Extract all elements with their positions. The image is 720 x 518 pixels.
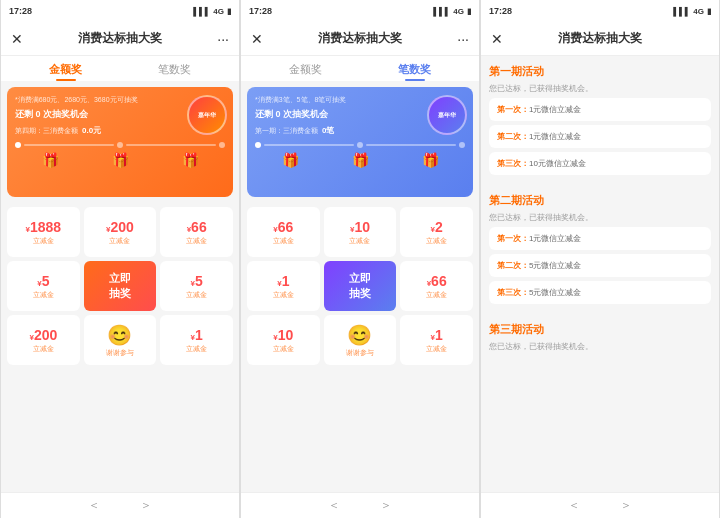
smiley-icon-1: 😊: [107, 323, 132, 347]
prize-card-6: ¥200 立减金: [7, 315, 80, 365]
tab-bishu-2[interactable]: 笔数奖: [360, 56, 469, 81]
activity-content: 第一期活动 您已达标，已获得抽奖机会。 第一次：1元微信立减金 第二次：1元微信…: [481, 56, 719, 492]
progress-dot-3: [219, 142, 225, 148]
battery-icon-3: ▮: [707, 7, 711, 16]
status-icons-2: ▌▌▌ 4G ▮: [433, 7, 471, 16]
prev-arrow-1[interactable]: ＜: [88, 497, 100, 514]
carnival-badge-2: 嘉年华: [427, 95, 467, 135]
activity-desc-1: 您已达标，已获得抽奖机会。: [489, 83, 711, 94]
activity-item-highlight-2-1: 第一次：: [497, 234, 529, 243]
activity-item-text-2-1: 1元微信立减金: [529, 234, 581, 243]
gift-icon-b1: 🎁: [282, 152, 299, 168]
hero-section-1: *消费满680元、2680元、3680元可抽奖 还剩 0 次抽奖机会 第四期：三…: [7, 87, 233, 197]
prize-amount-1: ¥1888: [26, 219, 62, 235]
gift-icon-2: 🎁: [112, 152, 129, 168]
prize-card-b5: ¥66 立减金: [400, 261, 473, 311]
time-3: 17:28: [489, 6, 512, 16]
prize-card-4: ¥5 立减金: [7, 261, 80, 311]
activity-item-2-2: 第二次：5元微信立减金: [489, 254, 711, 277]
close-icon-3[interactable]: ✕: [491, 31, 503, 47]
nav-bar-2: ✕ 消费达标抽大奖 ···: [241, 22, 479, 56]
prize-card-b7: ¥1 立减金: [400, 315, 473, 365]
prize-label-3: 立减金: [186, 236, 207, 246]
bottom-nav-3: ＜ ＞: [481, 492, 719, 518]
next-arrow-3[interactable]: ＞: [620, 497, 632, 514]
prev-arrow-2[interactable]: ＜: [328, 497, 340, 514]
activity-item-highlight-1-2: 第二次：: [497, 132, 529, 141]
gift-row-1: 🎁 🎁 🎁: [15, 152, 225, 168]
prize-label-b6: 立减金: [273, 344, 294, 354]
next-arrow-2[interactable]: ＞: [380, 497, 392, 514]
prize-label-b3: 立减金: [426, 236, 447, 246]
phone-panel-3: 17:28 ▌▌▌ 4G ▮ ✕ 消费达标抽大奖 ··· 第一期活动 您已达标，…: [480, 0, 720, 518]
activity-title-1: 第一期活动: [489, 56, 711, 83]
activity-desc-3: 您已达标，已获得抽奖机会。: [489, 341, 711, 352]
prize-label-b4: 立减金: [273, 290, 294, 300]
tab-jinan-1[interactable]: 金额奖: [11, 56, 120, 81]
draw-button-2[interactable]: 立即 抽奖: [324, 261, 397, 311]
next-arrow-1[interactable]: ＞: [140, 497, 152, 514]
hero-value-2: 0笔: [322, 125, 334, 136]
nav-title-1: 消费达标抽大奖: [78, 30, 162, 47]
activity-item-highlight-1-3: 第三次：: [497, 159, 529, 168]
gift-icon-1: 🎁: [42, 152, 59, 168]
tabs-2: 金额奖 笔数奖: [241, 56, 479, 81]
close-icon-1[interactable]: ✕: [11, 31, 23, 47]
prize-amount-b6: ¥10: [273, 327, 293, 343]
activity-item-1-2: 第二次：1元微信立减金: [489, 125, 711, 148]
progress-line-1: [24, 144, 114, 146]
progress-line-b2: [366, 144, 456, 146]
tabs-1: 金额奖 笔数奖: [1, 56, 239, 81]
prize-card-7: ¥1 立减金: [160, 315, 233, 365]
close-icon-2[interactable]: ✕: [251, 31, 263, 47]
prize-label-4: 立减金: [33, 290, 54, 300]
prize-grid-1: ¥1888 立减金 ¥200 立减金 ¥66 立减金 ¥5 立减金 立即 抽奖 …: [7, 203, 233, 369]
battery-icon: ▮: [227, 7, 231, 16]
activity-item-1-1: 第一次：1元微信立减金: [489, 98, 711, 121]
prize-amount-b7: ¥1: [431, 327, 443, 343]
activity-section-2: 第二期活动 您已达标，已获得抽奖机会。 第一次：1元微信立减金 第二次：5元微信…: [489, 185, 711, 304]
more-icon-2[interactable]: ···: [457, 31, 469, 47]
draw-button-1[interactable]: 立即 抽奖: [84, 261, 157, 311]
progress-dot-b1: [255, 142, 261, 148]
nav-bar-1: ✕ 消费达标抽大奖 ···: [1, 22, 239, 56]
draw-label-b2: 抽奖: [349, 286, 371, 301]
nav-title-3: 消费达标抽大奖: [558, 30, 642, 47]
prize-label-1: 立减金: [33, 236, 54, 246]
activity-item-text-2-3: 5元微信立减金: [529, 288, 581, 297]
hero-section-2: *消费满3笔、5笔、8笔可抽奖 还剩 0 次抽奖机会 第一期：三消费金额 0笔 …: [247, 87, 473, 197]
hero-value-1: 0.0元: [82, 125, 101, 136]
prize-label-b7: 立减金: [426, 344, 447, 354]
prev-arrow-3[interactable]: ＜: [568, 497, 580, 514]
status-icons-3: ▌▌▌ 4G ▮: [673, 7, 711, 16]
draw-label-1: 立即: [109, 271, 131, 286]
phone-panel-2: 17:28 ▌▌▌ 4G ▮ ✕ 消费达标抽大奖 ··· 金额奖 笔数奖 *消费…: [240, 0, 480, 518]
bottom-nav-1: ＜ ＞: [1, 492, 239, 518]
progress-line-2: [126, 144, 216, 146]
activity-section-3: 第三期活动 您已达标，已获得抽奖机会。: [489, 314, 711, 352]
battery-icon-2: ▮: [467, 7, 471, 16]
time-2: 17:28: [249, 6, 272, 16]
bottom-nav-2: ＜ ＞: [241, 492, 479, 518]
prize-label-7: 立减金: [186, 344, 207, 354]
time-1: 17:28: [9, 6, 32, 16]
prize-amount-6: ¥200: [29, 327, 57, 343]
signal-icon-2: ▌▌▌: [433, 7, 450, 16]
tab-bishu-1[interactable]: 笔数奖: [120, 56, 229, 81]
more-icon-1[interactable]: ···: [217, 31, 229, 47]
signal-icon-3: ▌▌▌: [673, 7, 690, 16]
tab-jinan-2[interactable]: 金额奖: [251, 56, 360, 81]
hero-label-1: 第四期：三消费金额: [15, 126, 78, 136]
prize-amount-5: ¥5: [191, 273, 203, 289]
network-icon-3: 4G: [693, 7, 704, 16]
progress-dot-b3: [459, 142, 465, 148]
activity-item-1-3: 第三次：10元微信立减金: [489, 152, 711, 175]
gift-icon-3: 🎁: [182, 152, 199, 168]
activity-item-highlight-2-2: 第二次：: [497, 261, 529, 270]
activity-item-text-1-2: 1元微信立减金: [529, 132, 581, 141]
prize-label-2: 立减金: [109, 236, 130, 246]
nav-title-2: 消费达标抽大奖: [318, 30, 402, 47]
gift-icon-b3: 🎁: [422, 152, 439, 168]
activity-item-text-2-2: 5元微信立减金: [529, 261, 581, 270]
prize-label-thanks-1: 谢谢参与: [106, 348, 134, 358]
